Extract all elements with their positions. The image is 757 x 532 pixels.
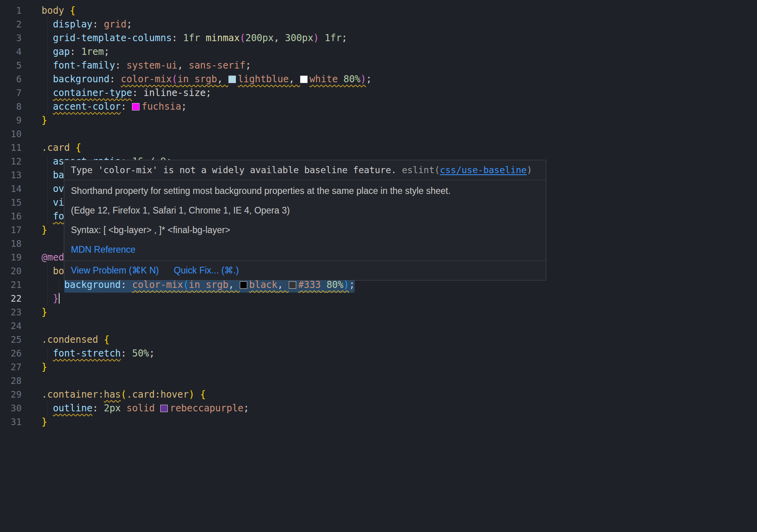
line-number[interactable]: 15 [0,196,22,210]
code-line[interactable]: 11.card { [0,141,757,155]
code-line[interactable]: 5 font-family: system-ui, sans-serif; [0,59,757,72]
code-token: : [70,46,81,57]
eslint-rule-link[interactable]: css/use-baseline [440,165,527,175]
code-token: grid-template-columns [53,33,172,43]
line-number[interactable]: 9 [0,114,22,127]
code-line[interactable]: 22 } [0,292,757,306]
line-number[interactable]: 1 [0,4,22,18]
line-number[interactable]: 21 [0,278,22,292]
code-token: fo [53,211,64,222]
code-line[interactable]: 23} [0,306,757,319]
line-number[interactable]: 27 [0,360,22,374]
line-number[interactable]: 23 [0,306,22,319]
line-number[interactable]: 4 [0,45,22,59]
code-content: body { [42,4,757,18]
code-token: } [53,293,58,304]
line-number[interactable]: 6 [0,72,22,86]
line-number[interactable]: 19 [0,251,22,264]
code-line[interactable]: 3 grid-template-columns: 1fr minmax(200p… [0,31,757,45]
code-line[interactable]: 2 display: grid; [0,18,757,31]
code-token: vi [53,197,64,208]
code-token: : [121,101,132,112]
code-token: { [76,142,81,153]
code-token: ov [53,183,64,194]
code-content: .card { [42,141,757,155]
code-token: 80% [344,74,360,85]
line-number[interactable]: 30 [0,402,22,415]
code-line[interactable]: 25.condensed { [0,333,757,347]
line-number[interactable]: 17 [0,223,22,237]
code-line[interactable]: 7 container-type: inline-size; [0,86,757,100]
code-token: , [289,74,300,85]
problem-message: Type 'color-mix' is not a widely availab… [64,160,546,180]
code-token [42,279,64,290]
code-line[interactable]: 28 [0,374,757,388]
line-number[interactable]: 2 [0,18,22,31]
line-number[interactable]: 11 [0,141,22,155]
code-content: font-family: system-ui, sans-serif; [42,59,757,72]
line-number[interactable]: 5 [0,59,22,72]
code-token: ; [104,46,109,57]
code-line[interactable]: 30 outline: 2px solid rebeccapurple; [0,402,757,415]
color-swatch[interactable] [228,74,238,85]
code-line[interactable]: 31} [0,415,757,429]
line-number[interactable]: 29 [0,388,22,402]
line-number[interactable]: 28 [0,374,22,388]
line-number[interactable]: 31 [0,415,22,429]
indent-guide [47,292,48,306]
mdn-reference-link[interactable]: MDN Reference [71,244,539,255]
line-number[interactable]: 10 [0,127,22,141]
code-token: , [217,74,228,85]
line-number[interactable]: 3 [0,31,22,45]
code-line[interactable]: 26 font-stretch: 50%; [0,347,757,360]
line-number[interactable]: 12 [0,155,22,168]
indent-guide [47,18,48,31]
code-line[interactable]: 8 accent-color: fuchsia; [0,100,757,114]
code-line[interactable]: 29.container:has(.card:hover) { [0,388,757,402]
code-token: ( [172,74,177,85]
line-number[interactable]: 20 [0,264,22,278]
line-number[interactable]: 13 [0,168,22,182]
line-number[interactable]: 22 [0,292,22,306]
line-number[interactable]: 8 [0,100,22,114]
line-number[interactable]: 25 [0,333,22,347]
color-swatch[interactable] [300,74,310,85]
code-content: container-type: inline-size; [42,86,757,100]
color-swatch[interactable] [160,403,170,414]
line-number[interactable]: 18 [0,237,22,251]
code-content: .container:has(.card:hover) { [42,388,757,402]
line-number[interactable]: 24 [0,319,22,333]
code-token: minmax [206,33,240,43]
code-token: : [172,33,183,43]
line-number[interactable]: 16 [0,210,22,223]
code-token: lightblue [238,74,289,85]
color-swatch[interactable] [132,101,141,112]
code-token: accent-color [53,101,121,112]
code-token: bo [53,266,64,277]
code-token: 1rem [81,46,104,57]
code-line[interactable]: 10 [0,127,757,141]
code-content: grid-template-columns: 1fr minmax(200px,… [42,31,757,45]
code-line[interactable]: 24 [0,319,757,333]
syntax-line: Syntax: [ <bg-layer> , ]* <final-bg-laye… [71,224,539,235]
code-content: font-stretch: 50%; [42,347,757,360]
indent-guide [59,278,59,292]
code-line[interactable]: 4 gap: 1rem; [0,45,757,59]
code-token: ba [53,170,64,181]
code-token: font-stretch [53,348,121,359]
line-number[interactable]: 14 [0,182,22,196]
indent-guide [47,31,48,45]
line-number[interactable]: 7 [0,86,22,100]
code-content: } [42,415,757,429]
code-line[interactable]: 27} [0,360,757,374]
code-token: container-type [53,87,132,98]
code-line[interactable]: 1body { [0,4,757,18]
code-token: .card:hover [127,389,189,400]
code-line[interactable]: 9} [0,114,757,127]
code-line[interactable]: 6 background: color-mix(in srgb, lightbl… [0,72,757,86]
code-token: 300px [285,33,313,43]
quick-fix-link[interactable]: Quick Fix... (⌘.) [174,265,239,276]
code-token: rebeccapurple [170,403,243,414]
view-problem-link[interactable]: View Problem (⌘K N) [71,265,159,276]
line-number[interactable]: 26 [0,347,22,360]
